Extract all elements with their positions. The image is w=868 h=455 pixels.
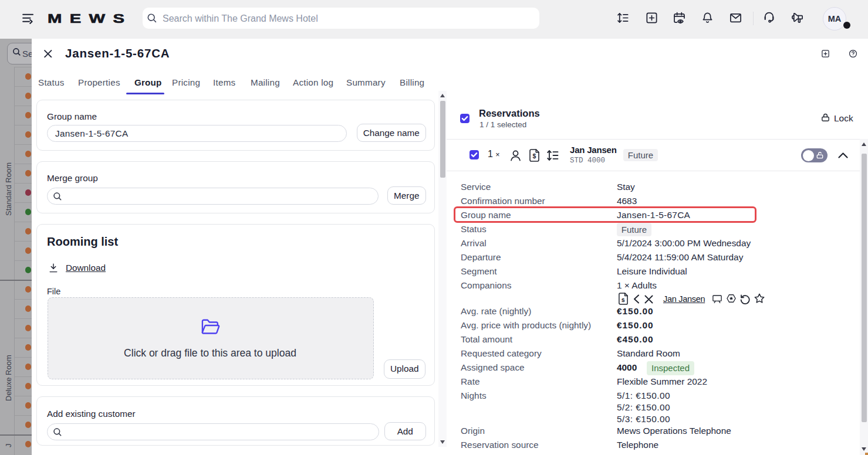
svg-text:$: $: [622, 297, 625, 303]
svg-text:$: $: [532, 152, 536, 159]
